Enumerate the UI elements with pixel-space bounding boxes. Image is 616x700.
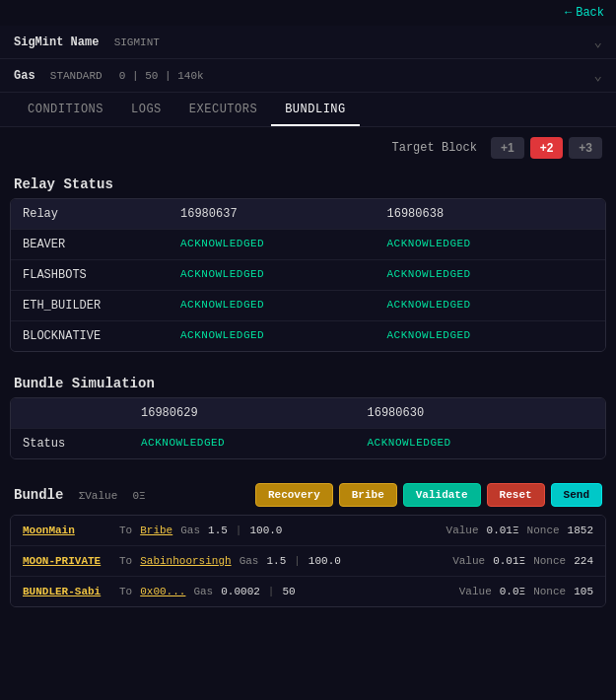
sigmint-label: SigMint Name: [14, 35, 99, 49]
gas-left: Gas STANDARD 0 | 50 | 140k: [14, 69, 204, 83]
bundle-title-area: Bundle ΣValue 0Ξ: [14, 487, 146, 503]
send-button[interactable]: Send: [551, 483, 602, 507]
bundle-row-to-label: To: [119, 586, 132, 597]
sim-col1-header: 16980629: [141, 406, 368, 420]
bundle-sigma-value: 0Ξ: [132, 490, 145, 502]
validate-button[interactable]: Validate: [403, 483, 481, 507]
relay-table-row: FLASHBOTS ACKNOWLEDGED ACKNOWLEDGED: [11, 259, 605, 290]
bundle-row-to-value[interactable]: 0x00...: [140, 586, 185, 597]
bribe-button[interactable]: Bribe: [339, 483, 397, 507]
relay-col1-header: 16980637: [180, 207, 387, 221]
back-label: Back: [576, 6, 604, 20]
bundle-row-nonce-val: 105: [574, 586, 593, 597]
relay-row-col1: ACKNOWLEDGED: [180, 268, 387, 282]
target-block-row: Target Block +1 +2 +3: [0, 127, 616, 169]
tab-bundling[interactable]: BUNDLING: [271, 93, 360, 126]
relay-row-name: BLOCKNATIVE: [23, 329, 180, 343]
bundle-row-gas-label: Gas: [240, 555, 259, 567]
bundle-row-gas-val2: 50: [282, 586, 295, 597]
relay-status-table: Relay 16980637 16980638 BEAVER ACKNOWLED…: [10, 198, 606, 352]
bundle-row-pipe: |: [294, 555, 301, 567]
relay-table-row: ETH_BUILDER ACKNOWLEDGED ACKNOWLEDGED: [11, 290, 605, 320]
sigmint-left: SigMint Name SIGMINT: [14, 35, 160, 49]
back-arrow-icon: ←: [565, 6, 572, 20]
relay-row-col2: ACKNOWLEDGED: [387, 268, 594, 282]
bundle-actions: Recovery Bribe Validate Reset Send: [255, 483, 602, 507]
bundle-header: Bundle ΣValue 0Ξ Recovery Bribe Validate…: [0, 475, 616, 515]
tabs-bar: CONDITIONS LOGS EXECUTORS BUNDLING: [0, 93, 616, 127]
bundle-row: BUNDLER-Sabi To 0x00... Gas 0.0002 | 50 …: [11, 576, 605, 606]
bundle-row-value-label: Value: [446, 525, 479, 536]
bundle-row-nonce-label: Nonce: [533, 586, 566, 597]
sigmint-row: SigMint Name SIGMINT ⌄: [0, 26, 616, 59]
bundle-row-nonce-val: 1852: [568, 525, 593, 536]
gas-standard: STANDARD: [50, 70, 103, 82]
simulation-status-row: Status ACKNOWLEDGED ACKNOWLEDGED: [11, 428, 605, 458]
bundle-row: MOON-PRIVATE To Sabinhoorsingh Gas 1.5 |…: [11, 545, 605, 576]
bundle-row-name[interactable]: MoonMain: [23, 525, 111, 536]
target-block-plus2-button[interactable]: +2: [530, 137, 564, 159]
bundle-row-name[interactable]: MOON-PRIVATE: [23, 555, 111, 567]
relay-row-name: ETH_BUILDER: [23, 299, 180, 313]
bundle-row-nonce-label: Nonce: [533, 555, 566, 567]
bundle-row-pipe: |: [236, 525, 242, 536]
bundle-row-gas-val2: 100.0: [249, 525, 282, 536]
bundle-row-gas-label: Gas: [180, 525, 200, 536]
bundle-row-pipe: |: [268, 586, 275, 597]
bundle-row-gas-label: Gas: [193, 586, 213, 597]
bundle-row-name[interactable]: BUNDLER-Sabi: [23, 586, 111, 597]
target-block-label: Target Block: [392, 141, 477, 155]
relay-col0-header: Relay: [23, 207, 180, 221]
sim-status-col1: ACKNOWLEDGED: [141, 437, 368, 451]
bundle-simulation-title: Bundle Simulation: [0, 368, 616, 397]
bundle-row-value-val: 0.0Ξ: [500, 586, 525, 597]
tab-conditions[interactable]: CONDITIONS: [14, 93, 117, 126]
gas-label: Gas: [14, 69, 35, 83]
relay-row-col2: ACKNOWLEDGED: [387, 299, 594, 313]
bundle-row-to-label: To: [119, 525, 132, 536]
bundle-row-gas-val2: 100.0: [308, 555, 341, 567]
relay-row-col2: ACKNOWLEDGED: [387, 238, 594, 251]
tab-logs[interactable]: LOGS: [117, 93, 175, 126]
gas-row: Gas STANDARD 0 | 50 | 140k ⌄: [0, 59, 616, 93]
top-bar: ← Back: [0, 0, 616, 26]
bundle-row-value-label: Value: [452, 555, 485, 567]
reset-button[interactable]: Reset: [487, 483, 545, 507]
sigmint-chevron-icon[interactable]: ⌄: [594, 34, 602, 50]
relay-table-header: Relay 16980637 16980638: [11, 199, 605, 229]
simulation-table-header: 16980629 16980630: [11, 398, 605, 428]
bundle-row-nonce-label: Nonce: [527, 525, 560, 536]
gas-chevron-icon[interactable]: ⌄: [594, 67, 602, 84]
relay-row-name: BEAVER: [23, 238, 180, 251]
relay-row-col1: ACKNOWLEDGED: [180, 329, 387, 343]
relay-row-col1: ACKNOWLEDGED: [180, 238, 387, 251]
bundle-row-gas-val1: 1.5: [266, 555, 286, 567]
relay-table-row: BEAVER ACKNOWLEDGED ACKNOWLEDGED: [11, 229, 605, 259]
bundle-row: MoonMain To Bribe Gas 1.5 | 100.0 Value …: [11, 516, 605, 545]
bundle-row-to-value[interactable]: Bribe: [140, 525, 172, 536]
relay-status-title: Relay Status: [0, 169, 616, 198]
sim-col0-header: [23, 406, 141, 420]
recovery-button[interactable]: Recovery: [255, 483, 333, 507]
bundle-row-value-val: 0.01Ξ: [487, 525, 519, 536]
bundle-row-value-val: 0.01Ξ: [493, 555, 525, 567]
gas-values: 0 | 50 | 140k: [119, 70, 204, 82]
sigmint-value: SIGMINT: [114, 36, 160, 48]
bundle-rows-container: MoonMain To Bribe Gas 1.5 | 100.0 Value …: [10, 515, 606, 607]
back-button[interactable]: ← Back: [565, 6, 604, 20]
target-block-plus3-button[interactable]: +3: [569, 137, 602, 159]
bundle-row-nonce-val: 224: [574, 555, 593, 567]
relay-col2-header: 16980638: [387, 207, 594, 221]
target-block-plus1-button[interactable]: +1: [491, 137, 524, 159]
relay-row-name: FLASHBOTS: [23, 268, 180, 282]
bundle-row-to-label: To: [119, 555, 132, 567]
sim-status-label: Status: [23, 437, 141, 451]
bundle-sigma-label: ΣValue: [79, 490, 118, 502]
tab-executors[interactable]: EXECUTORS: [175, 93, 271, 126]
relay-row-col1: ACKNOWLEDGED: [180, 299, 387, 313]
bundle-row-to-value[interactable]: Sabinhoorsingh: [140, 555, 231, 567]
sim-status-col2: ACKNOWLEDGED: [368, 437, 594, 451]
bundle-row-value-label: Value: [459, 586, 492, 597]
simulation-table: 16980629 16980630 Status ACKNOWLEDGED AC…: [10, 397, 606, 459]
sim-col2-header: 16980630: [368, 406, 594, 420]
